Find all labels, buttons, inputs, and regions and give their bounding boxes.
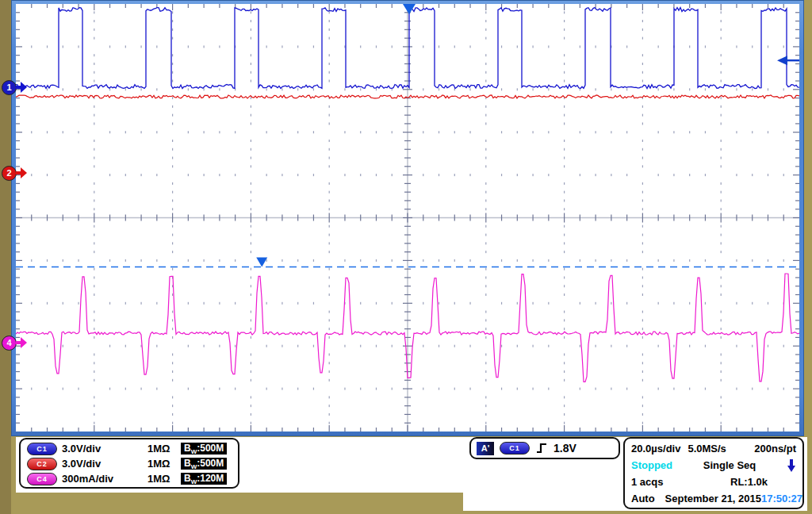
channel-2-scale: 3.0V/div bbox=[62, 458, 147, 470]
scope-display-frame bbox=[11, 0, 804, 436]
channel-4-bandwidth: BW:120M bbox=[181, 473, 227, 485]
channel-1-badge[interactable]: C1 bbox=[27, 443, 57, 455]
channel-2-bandwidth: BW:500M bbox=[181, 458, 227, 470]
channel-1-bandwidth: BW:500M bbox=[181, 443, 227, 455]
sample-resolution: 200ns/pt bbox=[754, 443, 796, 455]
channel-2-badge[interactable]: C2 bbox=[27, 458, 57, 470]
trigger-source-badge[interactable]: C1 bbox=[500, 442, 530, 455]
channel-4-impedance: 1MΩ bbox=[147, 473, 181, 485]
channel-1-scale: 3.0V/div bbox=[62, 443, 147, 455]
graticule-svg bbox=[16, 4, 799, 432]
desktop-edge-strip bbox=[0, 0, 11, 514]
channel-2-impedance: 1MΩ bbox=[147, 458, 181, 470]
rising-slope-icon bbox=[535, 441, 548, 455]
channel-2-arrow-icon bbox=[16, 167, 27, 178]
timebase-row-scale: 20.0µs/div 5.0MS/s 200ns/pt bbox=[631, 440, 796, 457]
channel-4-badge[interactable]: C4 bbox=[27, 473, 57, 485]
channel-1-position-marker[interactable]: 1 bbox=[2, 80, 17, 95]
b-event-marker[interactable] bbox=[256, 257, 267, 267]
date-value: September 21, 2015 bbox=[665, 493, 761, 504]
acquisition-status: Stopped bbox=[631, 459, 672, 471]
trigger-arrow-icon bbox=[787, 458, 796, 473]
timebase-row-datetime: Auto September 21, 2015 17:50:27 bbox=[631, 490, 796, 507]
channel-2-readout-row[interactable]: C2 3.0V/div 1MΩ BW:500M bbox=[21, 456, 238, 471]
channel-4-scale: 300mA/div bbox=[62, 473, 147, 485]
trigger-level-value[interactable]: 1.8V bbox=[553, 442, 576, 455]
channel-2-number: 2 bbox=[6, 168, 11, 178]
channel-4-readout-row[interactable]: C4 300mA/div 1MΩ BW:120M bbox=[21, 471, 238, 486]
timebase-scale[interactable]: 20.0µs/div bbox=[631, 443, 680, 455]
time-value: 17:50:27 bbox=[761, 493, 802, 504]
channel-4-position-marker[interactable]: 4 bbox=[2, 336, 17, 351]
waveform-area[interactable] bbox=[16, 4, 799, 432]
sweep-mode[interactable]: Auto bbox=[631, 493, 655, 504]
record-length: RL:1.0k bbox=[730, 476, 768, 488]
channel-4-number: 4 bbox=[6, 338, 11, 347]
trigger-level-arrow-head[interactable] bbox=[777, 56, 787, 65]
timebase-row-status: Stopped Single Seq bbox=[631, 457, 796, 474]
channel-1-arrow-icon bbox=[16, 82, 27, 93]
channel-4-arrow-icon bbox=[16, 337, 27, 348]
channel-1-readout-row[interactable]: C1 3.0V/div 1MΩ BW:500M bbox=[21, 441, 238, 456]
channel-readout-box[interactable]: C1 3.0V/div 1MΩ BW:500M C2 3.0V/div 1MΩ … bbox=[19, 438, 239, 489]
sample-rate: 5.0MS/s bbox=[688, 443, 726, 455]
channel-1-impedance: 1MΩ bbox=[147, 443, 181, 455]
timebase-readout-box[interactable]: 20.0µs/div 5.0MS/s 200ns/pt Stopped Sing… bbox=[623, 437, 804, 509]
timebase-row-acqs: 1 acqs RL:1.0k bbox=[631, 474, 796, 490]
channel-2-position-marker[interactable]: 2 bbox=[2, 166, 17, 181]
acquisition-count: 1 acqs bbox=[631, 476, 663, 488]
channel-1-number: 1 bbox=[6, 82, 11, 92]
trigger-readout-box[interactable]: A' C1 1.8V bbox=[469, 437, 620, 459]
trigger-a-badge: A' bbox=[477, 442, 494, 455]
acquisition-mode[interactable]: Single Seq bbox=[672, 459, 787, 471]
